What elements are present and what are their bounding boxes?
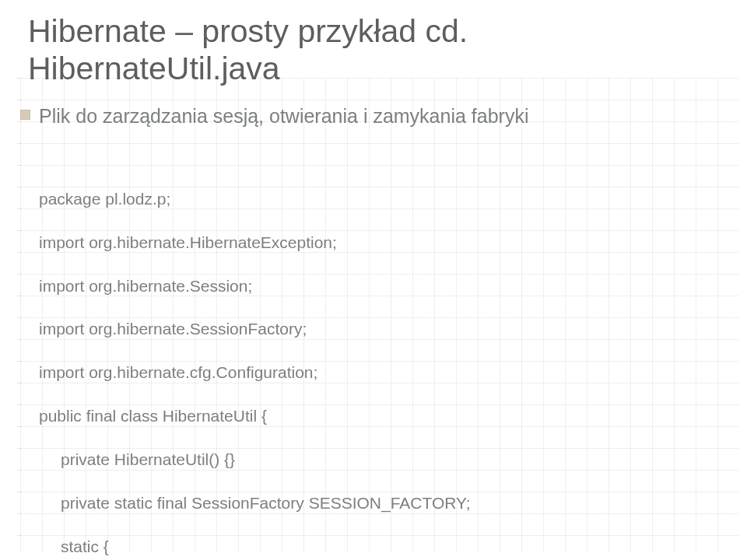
code-line: static {: [39, 536, 716, 558]
slide-description: Plik do zarządzania sesją, otwierania i …: [39, 104, 528, 128]
slide-title: Hibernate – prosty przykład cd. Hibernat…: [28, 12, 468, 88]
code-line: private HibernateUtil() {}: [39, 449, 716, 471]
bullet-square-icon: [20, 110, 30, 120]
title-line-2: HibernateUtil.java: [28, 50, 468, 87]
title-line-1: Hibernate – prosty przykład cd.: [28, 12, 468, 50]
code-line: package pl.lodz.p;: [39, 188, 716, 210]
grid-ticks-left: [17, 78, 22, 552]
code-line: import org.hibernate.SessionFactory;: [39, 318, 716, 340]
code-line: import org.hibernate.HibernateException;: [39, 232, 716, 254]
code-line: import org.hibernate.cfg.Configuration;: [39, 362, 716, 383]
code-line: import org.hibernate.Session;: [39, 275, 716, 297]
code-block: package pl.lodz.p; import org.hibernate.…: [39, 166, 716, 560]
code-line: private static final SessionFactory SESS…: [39, 492, 716, 514]
code-line: public final class HibernateUtil {: [39, 405, 716, 427]
slide: Hibernate – prosty przykład cd. Hibernat…: [0, 0, 747, 560]
